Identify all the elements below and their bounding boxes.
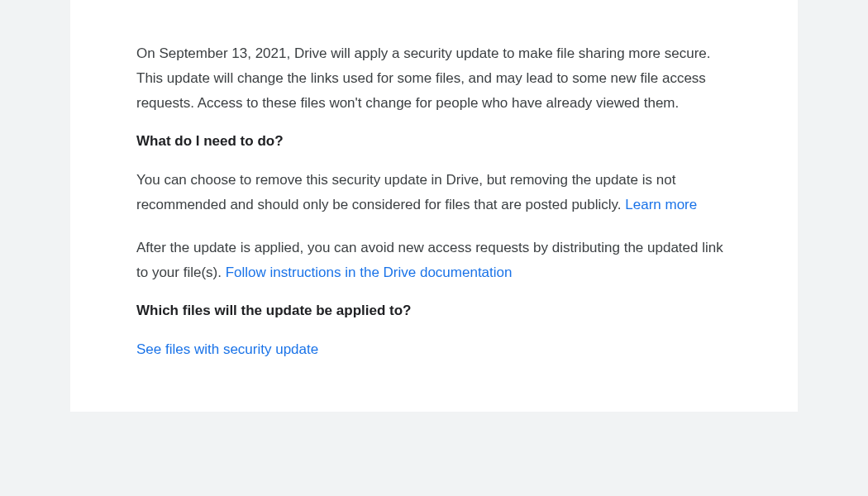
- remove-update-paragraph: You can choose to remove this security u…: [136, 168, 732, 217]
- intro-paragraph: On September 13, 2021, Drive will apply …: [136, 41, 732, 115]
- learn-more-link[interactable]: Learn more: [625, 197, 697, 212]
- follow-instructions-link[interactable]: Follow instructions in the Drive documen…: [226, 265, 513, 280]
- heading-which-files: Which files will the update be applied t…: [136, 303, 732, 319]
- after-update-paragraph: After the update is applied, you can avo…: [136, 236, 732, 285]
- notification-card: On September 13, 2021, Drive will apply …: [70, 0, 798, 412]
- remove-update-text: You can choose to remove this security u…: [136, 172, 675, 212]
- heading-what-to-do: What do I need to do?: [136, 133, 732, 150]
- see-files-link[interactable]: See files with security update: [136, 337, 318, 362]
